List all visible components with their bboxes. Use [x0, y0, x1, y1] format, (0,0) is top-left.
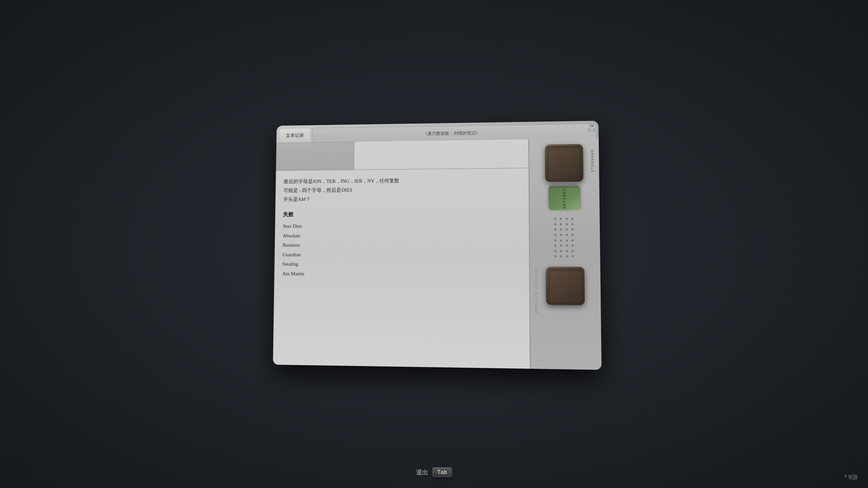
tab-text-log-label: 文本记录 [286, 133, 304, 139]
tab-key-badge[interactable]: Tab [432, 467, 452, 477]
speaker-dot [566, 250, 568, 252]
list-item-am-mantis: Am Mantis [282, 269, 521, 279]
speaker-dot [560, 256, 562, 258]
device-body: 最后的字母是ION，TER，ING，IER，NY，任何复数 可能是 - 四个字母… [273, 138, 601, 370]
side-panel: STARWARE OPTIONS [529, 138, 601, 370]
content-area: 最后的字母是ION，TER，ING，IER，NY，任何复数 可能是 - 四个字母… [273, 168, 530, 369]
speaker-dot [560, 234, 562, 236]
speaker-dot [554, 245, 556, 247]
speaker-dot [566, 223, 568, 225]
screen-area: 最后的字母是ION，TER，ING，IER，NY，任何复数 可能是 - 四个字母… [273, 139, 531, 369]
list-item: Seer Dies [283, 221, 520, 231]
speaker-dot [566, 239, 568, 241]
speaker-dot [571, 245, 573, 247]
serial-label: DATASLATE DS-2CV-C3 [534, 267, 538, 313]
top-button[interactable] [545, 144, 584, 182]
speaker-dot [560, 245, 562, 247]
speaker-dot [566, 218, 568, 220]
tab-hive-data-label: 《巢穴数据板：列维的笔记》 [423, 130, 480, 137]
speaker-dot [566, 234, 568, 236]
exit-label: 退出 [416, 468, 428, 476]
bottom-bar: 退出 Tab [416, 467, 452, 477]
speaker-dot [554, 223, 556, 225]
speaker-grid [554, 218, 575, 259]
speaker-dot [560, 218, 562, 220]
speaker-dot [560, 250, 562, 252]
note-text: 最后的字母是ION，TER，ING，IER，NY，任何复数 可能是 - 四个字母… [283, 175, 520, 204]
starware-label: STARWARE [590, 149, 595, 172]
speaker-dot [571, 239, 573, 241]
speaker-dot [572, 256, 574, 258]
watermark-text: 9游 [848, 474, 858, 481]
sw-version-label: SW 2.1 [588, 124, 595, 133]
speaker-dot [554, 218, 556, 220]
speaker-dot [560, 229, 562, 231]
speaker-dot [554, 256, 556, 258]
speaker-dot [554, 239, 556, 241]
fail-list: Seer Dies Absolute Business Guardian Ste… [282, 221, 521, 280]
scene: 文本记录 《巢穴数据板：列维的笔记》 SW 2.1 最后的 [0, 0, 868, 488]
speaker-dot [571, 229, 573, 231]
section-title-fail: 失败 [283, 209, 520, 219]
speaker-dot [571, 223, 573, 225]
speaker-dot [571, 218, 573, 220]
watermark: ⁹ 9游 [844, 473, 858, 481]
speaker-dot [560, 223, 562, 225]
speaker-dot [566, 245, 568, 247]
speaker-dot [554, 250, 556, 252]
device: 文本记录 《巢穴数据板：列维的笔记》 SW 2.1 最后的 [273, 121, 601, 370]
speaker-dot [554, 234, 556, 236]
speaker-dot [554, 229, 556, 231]
bottom-button[interactable] [546, 267, 585, 305]
list-item: Guardian [282, 250, 521, 260]
list-item: Absolute [283, 230, 521, 240]
watermark-icon: ⁹ [844, 474, 847, 481]
header-thumbnail [276, 142, 355, 171]
options-label: OPTIONS [562, 188, 567, 209]
speaker-dot [566, 229, 568, 231]
list-item: Business [282, 240, 520, 250]
options-button[interactable]: OPTIONS [549, 186, 580, 210]
list-item-stealing: Stealing [282, 259, 520, 269]
tab-text-log[interactable]: 文本记录 [279, 128, 311, 143]
header-area [276, 139, 529, 171]
note-line-3: 开头是AM？ [283, 194, 520, 204]
speaker-dot [560, 239, 562, 241]
speaker-dot [566, 256, 568, 258]
speaker-dot [571, 234, 573, 236]
speaker-dot [571, 250, 573, 252]
